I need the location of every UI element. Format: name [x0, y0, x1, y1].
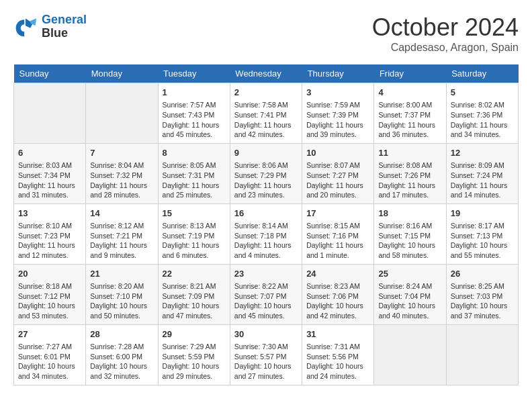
location: Capdesaso, Aragon, Spain — [372, 42, 519, 54]
col-monday: Monday — [86, 64, 158, 83]
day-number: 24 — [306, 268, 369, 280]
calendar-cell: 7Sunrise: 8:04 AM Sunset: 7:32 PM Daylig… — [86, 143, 158, 203]
day-number: 1 — [163, 87, 226, 99]
col-saturday: Saturday — [446, 64, 518, 83]
cell-content: Sunrise: 8:20 AM Sunset: 7:10 PM Dayligh… — [90, 281, 153, 321]
calendar-table: Sunday Monday Tuesday Wednesday Thursday… — [13, 64, 519, 385]
cell-content: Sunrise: 8:13 AM Sunset: 7:19 PM Dayligh… — [163, 221, 226, 261]
calendar-cell: 28Sunrise: 7:28 AM Sunset: 6:00 PM Dayli… — [86, 324, 158, 385]
cell-content: Sunrise: 8:22 AM Sunset: 7:07 PM Dayligh… — [234, 281, 298, 321]
calendar-cell: 4Sunrise: 8:00 AM Sunset: 7:37 PM Daylig… — [374, 83, 446, 144]
calendar-cell: 24Sunrise: 8:23 AM Sunset: 7:06 PM Dayli… — [302, 264, 374, 324]
cell-content: Sunrise: 8:18 AM Sunset: 7:12 PM Dayligh… — [18, 281, 81, 321]
cell-content: Sunrise: 8:14 AM Sunset: 7:18 PM Dayligh… — [234, 221, 298, 261]
day-number: 5 — [451, 87, 514, 99]
cell-content: Sunrise: 8:06 AM Sunset: 7:29 PM Dayligh… — [234, 161, 298, 200]
day-number: 27 — [18, 328, 81, 340]
cell-content: Sunrise: 8:04 AM Sunset: 7:32 PM Dayligh… — [90, 161, 153, 200]
cell-content: Sunrise: 8:25 AM Sunset: 7:03 PM Dayligh… — [451, 281, 514, 321]
day-number: 17 — [306, 208, 369, 220]
week-row-5: 27Sunrise: 7:27 AM Sunset: 6:01 PM Dayli… — [14, 324, 519, 385]
calendar-cell: 30Sunrise: 7:30 AM Sunset: 5:57 PM Dayli… — [230, 324, 302, 385]
cell-content: Sunrise: 7:30 AM Sunset: 5:57 PM Dayligh… — [234, 342, 298, 381]
calendar-header: Sunday Monday Tuesday Wednesday Thursday… — [14, 64, 519, 83]
calendar-cell: 12Sunrise: 8:09 AM Sunset: 7:24 PM Dayli… — [446, 143, 518, 203]
day-number: 30 — [234, 328, 298, 340]
cell-content: Sunrise: 7:29 AM Sunset: 5:59 PM Dayligh… — [163, 342, 226, 381]
day-number: 12 — [451, 147, 514, 159]
calendar-cell: 25Sunrise: 8:24 AM Sunset: 7:04 PM Dayli… — [374, 264, 446, 324]
calendar-cell: 27Sunrise: 7:27 AM Sunset: 6:01 PM Dayli… — [14, 324, 86, 385]
cell-content: Sunrise: 8:12 AM Sunset: 7:21 PM Dayligh… — [90, 221, 153, 261]
day-number: 14 — [90, 208, 153, 220]
calendar-cell — [374, 324, 446, 385]
day-number: 16 — [234, 208, 298, 220]
calendar-cell: 26Sunrise: 8:25 AM Sunset: 7:03 PM Dayli… — [446, 264, 518, 324]
cell-content: Sunrise: 7:27 AM Sunset: 6:01 PM Dayligh… — [18, 342, 81, 381]
calendar-cell: 5Sunrise: 8:02 AM Sunset: 7:36 PM Daylig… — [446, 83, 518, 144]
calendar-cell: 11Sunrise: 8:08 AM Sunset: 7:26 PM Dayli… — [374, 143, 446, 203]
cell-content: Sunrise: 8:23 AM Sunset: 7:06 PM Dayligh… — [306, 281, 369, 321]
day-number: 11 — [378, 147, 441, 159]
cell-content: Sunrise: 7:59 AM Sunset: 7:39 PM Dayligh… — [306, 100, 369, 140]
col-tuesday: Tuesday — [158, 64, 230, 83]
logo-text: General Blue — [42, 13, 87, 40]
day-number: 18 — [378, 208, 441, 220]
week-row-1: 1Sunrise: 7:57 AM Sunset: 7:43 PM Daylig… — [14, 83, 519, 144]
day-number: 28 — [90, 328, 153, 340]
calendar-cell — [446, 324, 518, 385]
day-number: 22 — [163, 268, 226, 280]
col-friday: Friday — [374, 64, 446, 83]
cell-content: Sunrise: 8:03 AM Sunset: 7:34 PM Dayligh… — [18, 161, 81, 200]
calendar-cell: 21Sunrise: 8:20 AM Sunset: 7:10 PM Dayli… — [86, 264, 158, 324]
week-row-3: 13Sunrise: 8:10 AM Sunset: 7:23 PM Dayli… — [14, 203, 519, 264]
calendar-cell: 1Sunrise: 7:57 AM Sunset: 7:43 PM Daylig… — [158, 83, 230, 144]
cell-content: Sunrise: 8:21 AM Sunset: 7:09 PM Dayligh… — [163, 281, 226, 321]
calendar-cell — [86, 83, 158, 144]
cell-content: Sunrise: 8:00 AM Sunset: 7:37 PM Dayligh… — [378, 100, 441, 140]
calendar-cell: 14Sunrise: 8:12 AM Sunset: 7:21 PM Dayli… — [86, 203, 158, 264]
day-number: 2 — [234, 87, 298, 99]
day-number: 31 — [306, 328, 369, 340]
day-number: 19 — [451, 208, 514, 220]
cell-content: Sunrise: 8:02 AM Sunset: 7:36 PM Dayligh… — [451, 100, 514, 140]
calendar-cell: 17Sunrise: 8:15 AM Sunset: 7:16 PM Dayli… — [302, 203, 374, 264]
day-number: 8 — [163, 147, 226, 159]
col-sunday: Sunday — [14, 64, 86, 83]
day-number: 6 — [18, 147, 81, 159]
calendar-cell: 9Sunrise: 8:06 AM Sunset: 7:29 PM Daylig… — [230, 143, 302, 203]
day-number: 7 — [90, 147, 153, 159]
calendar-cell: 19Sunrise: 8:17 AM Sunset: 7:13 PM Dayli… — [446, 203, 518, 264]
day-number: 4 — [378, 87, 441, 99]
calendar-cell: 22Sunrise: 8:21 AM Sunset: 7:09 PM Dayli… — [158, 264, 230, 324]
week-row-2: 6Sunrise: 8:03 AM Sunset: 7:34 PM Daylig… — [14, 143, 519, 203]
calendar-cell: 18Sunrise: 8:16 AM Sunset: 7:15 PM Dayli… — [374, 203, 446, 264]
day-number: 13 — [18, 208, 81, 220]
week-row-4: 20Sunrise: 8:18 AM Sunset: 7:12 PM Dayli… — [14, 264, 519, 324]
calendar-body: 1Sunrise: 7:57 AM Sunset: 7:43 PM Daylig… — [14, 83, 519, 385]
day-number: 3 — [306, 87, 369, 99]
cell-content: Sunrise: 8:05 AM Sunset: 7:31 PM Dayligh… — [163, 161, 226, 200]
month-title: October 2024 — [372, 13, 519, 42]
calendar-cell: 20Sunrise: 8:18 AM Sunset: 7:12 PM Dayli… — [14, 264, 86, 324]
cell-content: Sunrise: 7:31 AM Sunset: 5:56 PM Dayligh… — [306, 342, 369, 381]
col-wednesday: Wednesday — [230, 64, 302, 83]
calendar-cell: 10Sunrise: 8:07 AM Sunset: 7:27 PM Dayli… — [302, 143, 374, 203]
cell-content: Sunrise: 8:24 AM Sunset: 7:04 PM Dayligh… — [378, 281, 441, 321]
logo-icon — [13, 15, 38, 39]
calendar-cell: 16Sunrise: 8:14 AM Sunset: 7:18 PM Dayli… — [230, 203, 302, 264]
cell-content: Sunrise: 8:07 AM Sunset: 7:27 PM Dayligh… — [306, 161, 369, 200]
header-row: Sunday Monday Tuesday Wednesday Thursday… — [14, 64, 519, 83]
cell-content: Sunrise: 8:10 AM Sunset: 7:23 PM Dayligh… — [18, 221, 81, 261]
calendar-cell: 15Sunrise: 8:13 AM Sunset: 7:19 PM Dayli… — [158, 203, 230, 264]
title-block: October 2024 Capdesaso, Aragon, Spain — [372, 13, 519, 54]
day-number: 25 — [378, 268, 441, 280]
cell-content: Sunrise: 8:17 AM Sunset: 7:13 PM Dayligh… — [451, 221, 514, 261]
cell-content: Sunrise: 8:16 AM Sunset: 7:15 PM Dayligh… — [378, 221, 441, 261]
day-number: 23 — [234, 268, 298, 280]
cell-content: Sunrise: 7:58 AM Sunset: 7:41 PM Dayligh… — [234, 100, 298, 140]
day-number: 26 — [451, 268, 514, 280]
cell-content: Sunrise: 8:08 AM Sunset: 7:26 PM Dayligh… — [378, 161, 441, 200]
cell-content: Sunrise: 7:28 AM Sunset: 6:00 PM Dayligh… — [90, 342, 153, 381]
logo: General Blue — [13, 13, 87, 40]
